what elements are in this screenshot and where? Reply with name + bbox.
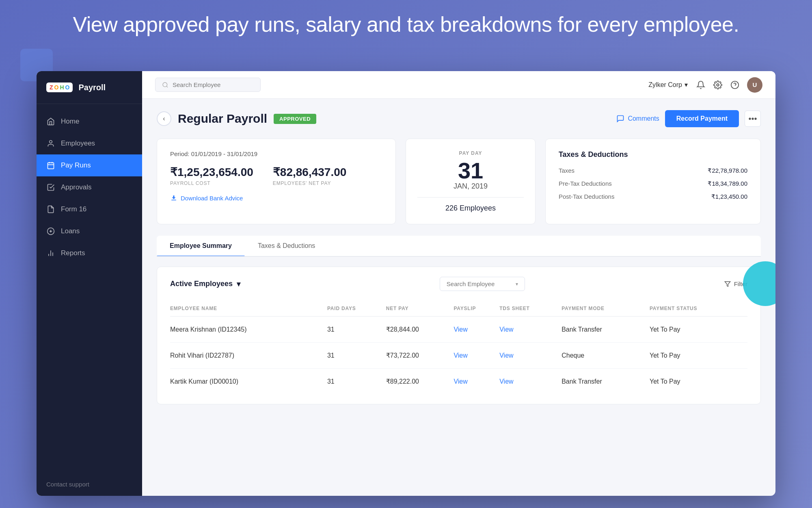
- table-row: Rohit Vihari (ID22787) 31 ₹73,722.00 Vie…: [170, 343, 747, 369]
- svg-point-11: [163, 82, 167, 87]
- cell-payment-mode-1: Cheque: [561, 343, 650, 369]
- hero-text: View approved pay runs, salary and tax b…: [0, 12, 812, 37]
- cell-net-pay-1: ₹73,722.00: [386, 343, 454, 369]
- taxes-card: Taxes & Deductions Taxes ₹22,78,978.00 P…: [545, 139, 761, 224]
- table-toolbar: Active Employees ▾ ▾ Filter: [170, 277, 747, 291]
- sidebar-item-approvals[interactable]: Approvals: [37, 176, 142, 198]
- sidebar-item-label-payruns: Pay Runs: [61, 161, 91, 169]
- settings-icon[interactable]: [713, 80, 723, 90]
- table-section: Active Employees ▾ ▾ Filter: [157, 267, 761, 404]
- cell-employee-name-1: Rohit Vihari (ID22787): [170, 343, 327, 369]
- payday-label: PAY DAY: [417, 150, 524, 156]
- sidebar-item-home[interactable]: Home: [37, 111, 142, 132]
- net-pay-block: ₹82,86,437.00 EMPLOYEES' NET PAY: [273, 165, 347, 186]
- tab-employee-summary-label: Employee Summary: [170, 242, 232, 249]
- search-employee-input-box[interactable]: ▾: [440, 277, 525, 291]
- download-label: Download Bank Advice: [181, 195, 243, 202]
- cell-net-pay-2: ₹89,222.00: [386, 369, 454, 395]
- chevron-down-icon-employees: ▾: [237, 280, 240, 289]
- sidebar-item-form16[interactable]: Form 16: [37, 198, 142, 220]
- col-net-pay: NET PAY: [386, 301, 454, 317]
- cell-tds-sheet-0[interactable]: View: [499, 317, 561, 343]
- download-bank-advice-link[interactable]: Download Bank Advice: [170, 194, 382, 202]
- search-input[interactable]: [173, 81, 254, 88]
- tab-employee-summary[interactable]: Employee Summary: [157, 236, 245, 256]
- comments-label: Comments: [628, 115, 659, 122]
- sidebar-nav: Home Employees Pay Runs Approvals: [37, 104, 142, 473]
- sidebar-item-label-approvals: Approvals: [61, 183, 92, 191]
- col-paid-days: PAID DAYS: [327, 301, 386, 317]
- cell-payslip-1[interactable]: View: [454, 343, 499, 369]
- svg-marker-17: [725, 282, 730, 287]
- tax-name-pretax: Pre-Tax Deductions: [559, 180, 612, 187]
- cell-payment-status-2: Yet To Pay: [650, 369, 747, 395]
- tax-row-posttax: Post-Tax Deductions ₹1,23,450.00: [559, 193, 747, 200]
- sidebar-item-employees[interactable]: Employees: [37, 132, 142, 154]
- sidebar-item-label-form16: Form 16: [61, 205, 86, 213]
- search-box[interactable]: [155, 78, 261, 92]
- record-payment-button[interactable]: Record Payment: [665, 110, 739, 127]
- contact-support[interactable]: Contact support: [37, 473, 142, 496]
- sidebar-item-payruns[interactable]: Pay Runs: [37, 154, 142, 176]
- period-text: Period: 01/01/2019 - 31/01/2019: [170, 150, 382, 157]
- cell-paid-days-2: 31: [327, 369, 386, 395]
- cell-employee-name-2: Kartik Kumar (ID00010): [170, 369, 327, 395]
- main-content: Zylker Corp ▾ U: [142, 71, 775, 496]
- logo-box: Z O H O: [46, 82, 73, 92]
- active-employees-dropdown[interactable]: Active Employees ▾: [170, 280, 240, 289]
- back-button[interactable]: ‹: [157, 111, 171, 126]
- help-icon[interactable]: [730, 80, 740, 90]
- page-header-left: ‹ Regular Payroll APPROVED: [157, 111, 316, 126]
- home-icon: [46, 117, 55, 126]
- app-window: Z O H O Payroll Home Employees: [37, 71, 775, 496]
- col-payment-status: PAYMENT STATUS: [650, 301, 747, 317]
- employees-count: 226 Employees: [417, 197, 524, 213]
- company-selector[interactable]: Zylker Corp ▾: [648, 81, 688, 89]
- tab-taxes-deductions[interactable]: Taxes & Deductions: [245, 236, 328, 256]
- bar-chart-icon: [46, 249, 55, 258]
- tabs-bar: Employee Summary Taxes & Deductions: [157, 236, 761, 257]
- search-icon: [162, 82, 168, 88]
- logo-h: H: [60, 84, 64, 91]
- payroll-card: Period: 01/01/2019 - 31/01/2019 ₹1,25,23…: [157, 139, 396, 224]
- tax-row-pretax: Pre-Tax Deductions ₹18,34,789.00: [559, 180, 747, 187]
- search-employee-input[interactable]: [447, 280, 512, 287]
- tax-val-posttax: ₹1,23,450.00: [711, 193, 747, 200]
- cell-employee-name-0: Meera Krishnan (ID12345): [170, 317, 327, 343]
- cell-payment-mode-0: Bank Transfer: [561, 317, 650, 343]
- payroll-cost-label: PAYROLL COST: [170, 180, 253, 186]
- payroll-cost-block: ₹1,25,23,654.00 PAYROLL COST: [170, 165, 253, 186]
- svg-point-13: [717, 84, 719, 86]
- cell-payment-status-0: Yet To Pay: [650, 317, 747, 343]
- payday-month: JAN, 2019: [417, 182, 524, 191]
- table-row: Meera Krishnan (ID12345) 31 ₹28,844.00 V…: [170, 317, 747, 343]
- bell-icon[interactable]: [696, 80, 706, 90]
- employee-table: EMPLOYEE NAME PAID DAYS NET PAY PAYSLIP …: [170, 301, 747, 394]
- company-name-text: Zylker Corp: [648, 81, 682, 89]
- topbar: Zylker Corp ▾ U: [142, 71, 775, 99]
- summary-cards: Period: 01/01/2019 - 31/01/2019 ₹1,25,23…: [157, 139, 761, 224]
- more-options-button[interactable]: •••: [745, 111, 761, 127]
- sidebar-item-label-employees: Employees: [61, 139, 95, 148]
- amounts-row: ₹1,25,23,654.00 PAYROLL COST ₹82,86,437.…: [170, 165, 382, 186]
- calendar-icon: [46, 161, 55, 170]
- active-employees-label: Active Employees: [170, 280, 233, 288]
- cell-payslip-2[interactable]: View: [454, 369, 499, 395]
- sidebar-item-loans[interactable]: Loans: [37, 220, 142, 242]
- cell-tds-sheet-2[interactable]: View: [499, 369, 561, 395]
- chevron-down-icon: ▾: [685, 81, 688, 89]
- cell-tds-sheet-1[interactable]: View: [499, 343, 561, 369]
- cell-payslip-0[interactable]: View: [454, 317, 499, 343]
- cell-payment-status-1: Yet To Pay: [650, 343, 747, 369]
- tax-val-taxes: ₹22,78,978.00: [708, 167, 747, 174]
- logo-payroll: Payroll: [78, 83, 106, 92]
- comments-button[interactable]: Comments: [616, 115, 659, 123]
- svg-point-0: [50, 141, 52, 143]
- page-header: ‹ Regular Payroll APPROVED Comments Reco…: [157, 110, 761, 127]
- avatar[interactable]: U: [747, 77, 762, 93]
- net-pay-value: ₹82,86,437.00: [273, 165, 347, 179]
- svg-line-12: [166, 86, 168, 87]
- logo-o2: O: [65, 84, 70, 91]
- tax-name-posttax: Post-Tax Deductions: [559, 193, 615, 200]
- sidebar-item-reports[interactable]: Reports: [37, 242, 142, 264]
